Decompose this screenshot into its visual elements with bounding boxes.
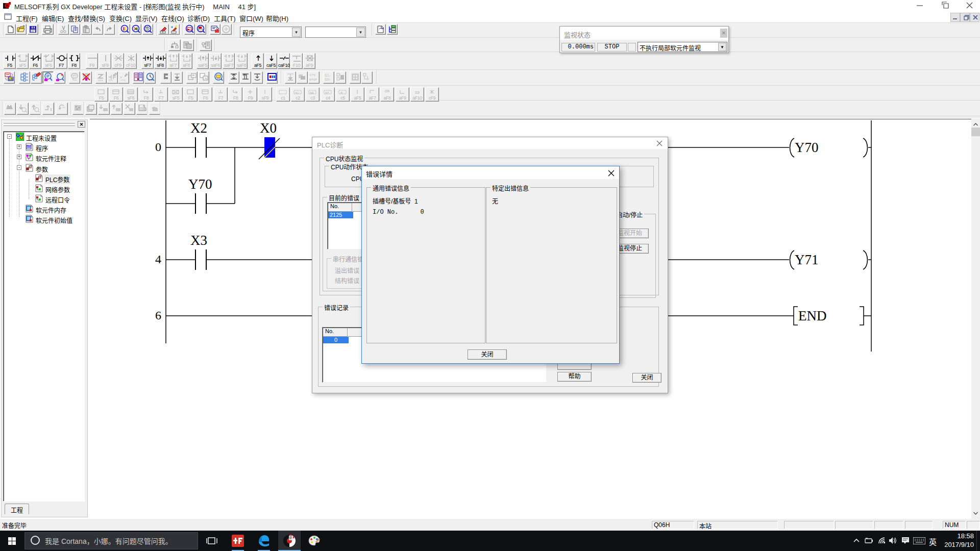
svg-text:-<>: -<> <box>148 79 153 82</box>
svg-text:LD: LD <box>9 78 13 81</box>
svg-text:cn: cn <box>62 106 65 109</box>
svg-text:xxxx: xxxx <box>98 79 104 82</box>
svg-text:R: R <box>340 91 343 94</box>
svg-text:123: 123 <box>145 29 150 32</box>
svg-text:S1↓: S1↓ <box>325 73 331 77</box>
svg-text:KH-: KH- <box>109 79 113 82</box>
svg-text:-<>|: -<>| <box>120 79 126 82</box>
svg-text:S9↓: S9↓ <box>325 78 331 81</box>
svg-text:SE: SE <box>310 91 314 94</box>
svg-text:SC: SC <box>295 91 300 94</box>
svg-text:c+v: c+v <box>310 73 316 77</box>
svg-text:ST: ST <box>325 91 329 94</box>
svg-text:error: error <box>309 78 317 81</box>
